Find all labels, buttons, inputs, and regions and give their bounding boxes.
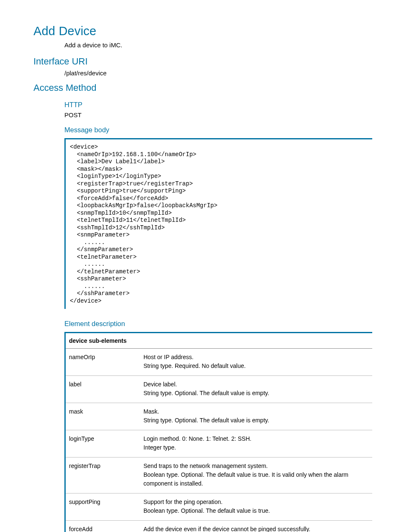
message-body-code: <device> <nameOrIp>192.168.1.100</nameOr…: [64, 138, 372, 309]
element-name: label: [66, 376, 140, 403]
element-description-table: device sub-elements nameOrIp Host or IP …: [64, 332, 372, 532]
element-desc: Support for the ping operation. Boolean …: [140, 493, 372, 521]
element-desc: Add the device even if the device cannot…: [140, 521, 372, 532]
table-row: nameOrIp Host or IP address. String type…: [66, 349, 372, 376]
element-name: registerTrap: [66, 457, 140, 493]
element-desc: Mask. String type. Optional. The default…: [140, 403, 372, 430]
element-name: mask: [66, 403, 140, 430]
page-title: Add Device: [33, 24, 372, 38]
http-method: POST: [64, 111, 372, 118]
table-row: forceAdd Add the device even if the devi…: [66, 521, 372, 532]
table-row: loginType Login method. 0: None. 1: Teln…: [66, 430, 372, 457]
interface-uri-value: /plat/res/device: [64, 69, 372, 77]
element-name: nameOrIp: [66, 349, 140, 376]
intro-text: Add a device to iMC.: [64, 41, 372, 49]
element-desc: Device label. String type. Optional. The…: [140, 376, 372, 403]
element-desc: Host or IP address. String type. Require…: [140, 349, 372, 376]
element-name: supportPing: [66, 493, 140, 521]
section-interface-uri-heading: Interface URI: [33, 56, 372, 67]
message-body-heading: Message body: [64, 126, 372, 134]
table-header: device sub-elements: [66, 333, 372, 349]
element-name: forceAdd: [66, 521, 140, 532]
element-name: loginType: [66, 430, 140, 457]
table-row: registerTrap Send traps to the network m…: [66, 457, 372, 493]
element-desc: Send traps to the network management sys…: [140, 457, 372, 493]
section-access-method-heading: Access Method: [33, 82, 372, 93]
table-row: supportPing Support for the ping operati…: [66, 493, 372, 521]
table-row: mask Mask. String type. Optional. The de…: [66, 403, 372, 430]
table-row: label Device label. String type. Optiona…: [66, 376, 372, 403]
element-desc: Login method. 0: None. 1: Telnet. 2: SSH…: [140, 430, 372, 457]
http-heading: HTTP: [64, 101, 372, 109]
element-description-heading: Element description: [64, 320, 372, 328]
